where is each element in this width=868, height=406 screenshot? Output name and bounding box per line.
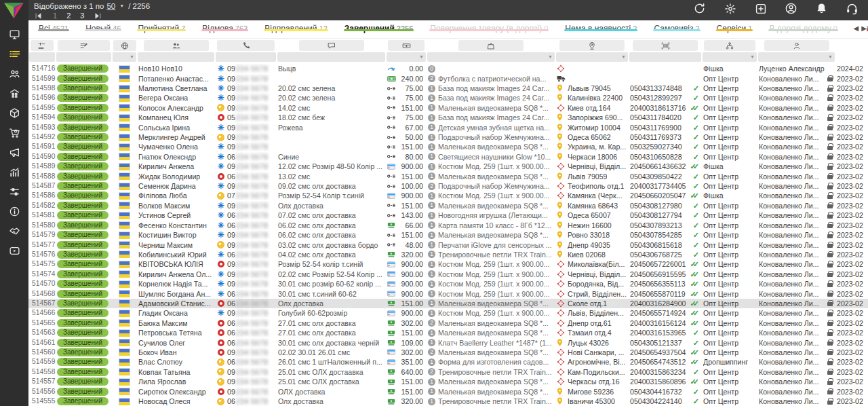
table-row[interactable]: 514582 Завершений Волков Максим ✳09234 5… [28,201,868,210]
table-row[interactable]: 514586 Завершений Філіпова Люба 07234 56… [28,191,868,200]
sidebar-item-info[interactable] [7,206,21,217]
filter-status[interactable] [56,52,111,62]
table-row[interactable]: 514570 Завершений Корнелюк Надія Та... ✳… [28,279,868,289]
sidebar-item-settings[interactable] [7,186,21,198]
tab-1[interactable]: Всі4521 [38,20,69,33]
table-row[interactable]: 514555 Завершений Новосад Олеся 06234 56… [28,396,868,406]
sidebar-item-clients[interactable] [7,68,21,79]
table-row[interactable]: 514567 Завершений Адамовский Станис... 0… [28,299,868,308]
notifications-icon[interactable] [815,2,828,15]
table-row[interactable]: 514588 Завершений Жидак Володимир 06234 … [28,171,868,181]
filter-manager[interactable]: ▼ [758,52,835,62]
column-header-client[interactable] [144,40,209,51]
column-header-ttn[interactable] [633,40,698,51]
filter-phone[interactable] [216,52,276,62]
table-row[interactable]: 514716 Завершений Нов10 Нов10 ✳09234 567… [28,64,868,73]
sidebar-item-marketing[interactable] [7,147,21,158]
page-number[interactable]: 1 [53,12,57,20]
page-number[interactable]: 2 [66,12,71,20]
table-row[interactable]: 514560 Завершений Бокоч Иван 09234 5678 … [28,348,868,357]
column-header-delivery[interactable] [559,40,625,51]
table-row[interactable]: 514581 Завершений Устинов Сергей ✳06234 … [28,210,868,220]
table-row[interactable]: 514579 Завершений Костишин Виктор ✳09234… [28,230,868,240]
table-row[interactable]: 514589 Завершений Кирилич Анжела ✳09234 … [28,162,868,171]
page-size-dropdown[interactable]: 50 [106,2,115,10]
table-row[interactable]: 514558 Завершений Ковпак Татьяна 09234 5… [28,367,868,377]
filter-client[interactable] [138,52,214,62]
column-header-product[interactable] [458,40,524,51]
id-icon [37,41,47,50]
table-row[interactable]: 514595 Завершений Колосок Александр 0923… [28,103,868,113]
app-logo-icon[interactable] [3,1,24,20]
tab-2[interactable]: Новый46 [85,20,121,33]
table-row[interactable]: 514590 Завершений Гнатюк Олексндр ✳06234… [28,152,868,162]
table-row[interactable]: 514598 Завершений Малютина Светлана ✳092… [28,84,868,93]
refresh-icon[interactable] [693,2,706,15]
first-page-icon[interactable] [34,12,43,20]
table-row[interactable]: 514563 Завершений Петровська Тетяна 0623… [28,328,868,337]
column-header-source[interactable] [704,40,755,51]
sidebar-item-purchases[interactable] [7,127,21,139]
tab-7[interactable]: Повернення товару (в дорозі)0 [429,20,549,33]
last-page-icon[interactable] [94,12,103,20]
table-row[interactable]: 514577 Завершений Черниш Максим 09234 56… [28,240,868,249]
filter-payment[interactable]: ▼ [387,52,426,62]
sidebar-item-statistics[interactable] [7,166,21,178]
tabs-scroll-right-icon[interactable]: ▶ [861,24,867,32]
tab-5[interactable]: Відправлений12 [264,20,328,33]
filter-id[interactable] [29,52,55,62]
column-header-payment[interactable] [388,40,425,51]
filter-comment[interactable] [277,52,385,62]
sidebar-item-dashboard[interactable] [7,29,21,40]
tab-9[interactable]: Самовивіз2 [653,20,700,33]
table-row[interactable]: 514599 Завершений Потапенко Анастас... ✳… [28,73,868,83]
tracking-number: 20450656915595 [630,270,690,279]
tab-6[interactable]: Завершений2256 [344,20,414,33]
chevron-down-icon[interactable]: ▼ [119,3,124,8]
table-row[interactable]: 514566 Завершений Гладик Оксана ✳09234 5… [28,308,868,318]
column-header-phone[interactable] [217,40,275,51]
table-row[interactable]: 514568 Завершений Шумляс Богдана Ан... ✳… [28,289,868,298]
filter-country[interactable]: ▼ [113,52,136,62]
table-row[interactable]: 514561 Завершений Сучилов Олег 06234 567… [28,337,868,347]
filter-ttn[interactable] [629,52,701,62]
table-row[interactable]: 514557 Завершений Лила Ярослав 09234 567… [28,377,868,386]
table-row[interactable]: 514580 Завершений Фесенко Константин ✳06… [28,221,868,230]
filter-product[interactable]: ▼ [427,52,555,62]
sidebar-item-company[interactable] [7,88,21,99]
tab-11[interactable]: В дорозі додому0 [768,20,837,33]
table-row[interactable]: 514591 Завершений Чумаченко Олена ✳09234… [28,142,868,151]
sidebar-item-orders[interactable] [7,48,21,60]
table-row[interactable]: 514592 Завершений Мерклингер Андрей 0923… [28,132,868,142]
page-number[interactable]: 3 [80,12,84,20]
column-header-comment[interactable] [299,40,364,51]
table-row[interactable]: 514556 Завершений Сиротюк Олександр 0923… [28,386,868,396]
settings-icon[interactable] [724,2,736,15]
table-row[interactable]: 514565 Завершений Баюка Максим 06234 567… [28,318,868,328]
tab-3[interactable]: Прийнятий7 [137,20,186,33]
table-row[interactable]: 514559 Завершений Влас Слотюу 06234 5678… [28,357,868,367]
table-row[interactable]: 514576 Завершений Кобилинський Юрий ✳062… [28,250,868,259]
account-icon[interactable] [785,2,797,15]
table-row[interactable]: 514575 Завершений КВІТОВСЬКА ЮЛІЯ 09234 … [28,259,868,269]
column-header-country[interactable] [113,40,136,51]
table-row[interactable]: 514593 Завершений Сольська Ірина ✳09234 … [28,122,868,132]
tab-10[interactable]: Сервіси1 [716,20,753,33]
tab-4[interactable]: Відмова763 [201,20,248,33]
table-row[interactable]: 514596 Завершений Вегера Оксана ✳09234 5… [28,93,868,103]
column-header-manager[interactable] [764,40,829,51]
column-header-id[interactable] [31,40,54,51]
filter-source[interactable]: ▼ [703,52,757,62]
table-row[interactable]: 514594 Завершений Компанец Юля 05234 567… [28,113,868,122]
support-icon[interactable] [846,2,859,15]
column-header-status[interactable] [58,40,110,51]
tabs-scroll-left-icon[interactable]: ◀ [854,24,859,32]
table-row[interactable]: 514587 Завершений Семенюк Дарина ✳09234 … [28,181,868,191]
table-row[interactable]: 514574 Завершений Кирилич Анжела Ол... ✳… [28,270,868,279]
filter-delivery[interactable]: ▼ [556,52,628,62]
tab-8[interactable]: Нема в наявності2 [564,20,637,33]
sidebar-item-products[interactable] [7,107,21,119]
sidebar-item-partners[interactable] [7,225,21,237]
add-icon[interactable] [754,2,767,15]
sidebar-item-tutorials[interactable] [7,245,21,257]
